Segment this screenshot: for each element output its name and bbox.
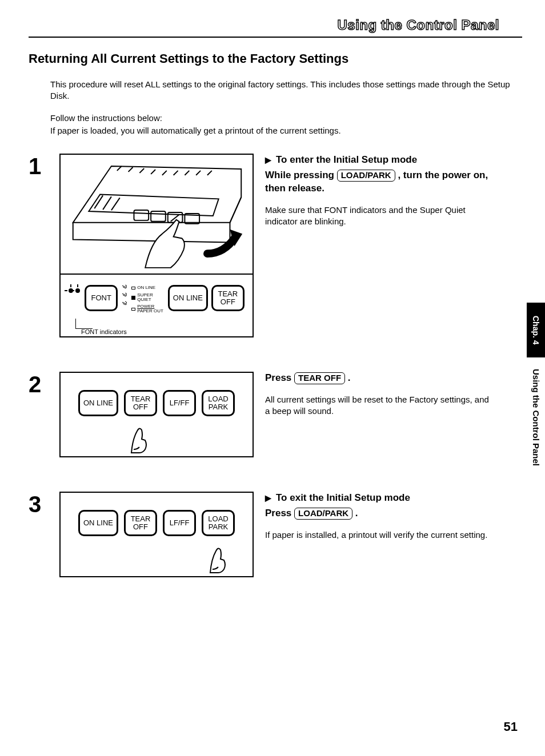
step-2: 2 ON LINE TEAR OFF LF/FF LOAD PARK Press: [29, 372, 522, 457]
triangle-icon: ▶: [265, 155, 271, 166]
finger-press-icon: [129, 424, 149, 454]
tearoff-l1: TEAR: [218, 290, 238, 298]
led-paperout: PAPER OUT: [137, 309, 163, 313]
step-2-instr-post: .: [345, 372, 350, 383]
section-tab: Using the Control Panel: [527, 369, 545, 466]
step-1: 1: [29, 154, 522, 337]
step-1-lead: To enter the Initial Setup mode: [276, 154, 417, 167]
step-1-instr-pre: While pressing: [265, 170, 337, 180]
svg-rect-1: [151, 211, 166, 222]
led-quiet: QUIET: [137, 297, 153, 302]
loadpark-l2: PARK: [209, 523, 228, 531]
tearoff-l2: OFF: [133, 523, 148, 531]
font-indicator-leds: [69, 288, 80, 293]
loadpark-button: LOAD PARK: [202, 390, 235, 416]
step-number: 1: [29, 154, 48, 179]
loadpark-button: LOAD PARK: [202, 510, 235, 536]
step-3: 3 ON LINE TEAR OFF LF/FF LOAD PARK ▶To e…: [29, 492, 522, 577]
lfff-button: LF/FF: [163, 510, 196, 536]
step-1-text: ▶To enter the Initial Setup mode While p…: [265, 154, 522, 227]
cable-squiggle: ༄༄༄: [121, 284, 128, 308]
step-2-instr-pre: Press: [265, 372, 294, 383]
online-button: ON LINE: [78, 390, 118, 416]
step-number: 3: [29, 492, 48, 517]
led-online: ON LINE: [137, 285, 155, 291]
tearoff-button: TEAR OFF: [124, 390, 157, 416]
font-button: FONT: [85, 285, 118, 311]
loadpark-key-label: LOAD/PARK: [294, 508, 352, 520]
online-button: ON LINE: [78, 510, 118, 536]
step-1-body: Make sure that FONT indicators and the S…: [265, 204, 494, 228]
finger-press-icon: [208, 544, 227, 574]
step-number: 2: [29, 372, 48, 397]
step-2-illustration: ON LINE TEAR OFF LF/FF LOAD PARK: [59, 372, 254, 457]
intro-text-3: If paper is loaded, you will automatical…: [50, 125, 522, 136]
loadpark-l2: PARK: [209, 403, 228, 411]
step-3-instr-post: .: [352, 508, 358, 518]
step-2-body: All current settings will be reset to th…: [265, 394, 494, 417]
tearoff-l1: TEAR: [131, 395, 151, 403]
intro-text-2: Follow the instructions below:: [50, 112, 522, 124]
tearoff-key-label: TEAR OFF: [294, 372, 345, 384]
lfff-button: LF/FF: [163, 390, 196, 416]
step-3-lead: To exit the Initial Setup mode: [276, 492, 410, 505]
intro-block: This procedure will reset ALL settings t…: [50, 79, 522, 136]
loadpark-key-label: LOAD/PARK: [337, 170, 395, 182]
page-subtitle: Returning All Current Settings to the Fa…: [29, 51, 522, 66]
step-1-panel: FONT ༄༄༄ ON LINE SUPERQUIET POWERPAPER O…: [61, 275, 253, 336]
font-indicator-label: FONT indicators: [81, 328, 127, 335]
tearoff-l2: OFF: [133, 403, 148, 411]
tearoff-l2: OFF: [221, 298, 235, 306]
section-title: Using the Control Panel: [29, 17, 522, 33]
chapter-tab: Chap. 4: [527, 303, 545, 357]
step-3-body: If paper is installed, a printout will v…: [265, 529, 494, 541]
intro-text-1: This procedure will reset ALL settings t…: [50, 79, 522, 102]
tearoff-button: TEAR OFF: [211, 285, 245, 311]
triangle-icon: ▶: [265, 493, 271, 504]
tearoff-l1: TEAR: [131, 515, 151, 523]
led-labels: ON LINE SUPERQUIET POWERPAPER OUT: [131, 285, 163, 313]
step-1-illustration: FONT ༄༄༄ ON LINE SUPERQUIET POWERPAPER O…: [59, 154, 254, 337]
step-2-text: Press TEAR OFF . All current settings wi…: [265, 372, 522, 417]
step-3-illustration: ON LINE TEAR OFF LF/FF LOAD PARK: [59, 492, 254, 577]
tearoff-button: TEAR OFF: [124, 510, 157, 536]
page-number: 51: [504, 719, 518, 734]
step-3-text: ▶To exit the Initial Setup mode Press LO…: [265, 492, 522, 541]
svg-rect-0: [134, 210, 149, 220]
loadpark-l1: LOAD: [208, 515, 228, 523]
printer-drawing: [61, 155, 253, 275]
divider: [29, 37, 522, 38]
step-3-instr-pre: Press: [265, 508, 294, 518]
online-button: ON LINE: [168, 285, 208, 311]
loadpark-l1: LOAD: [208, 395, 228, 403]
